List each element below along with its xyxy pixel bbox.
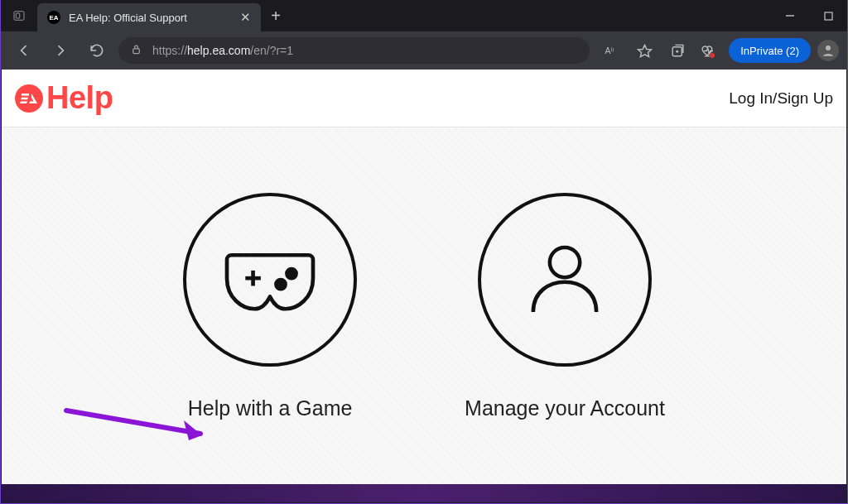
svg-rect-11 [22,94,29,96]
help-options-area: Help with a Game Manage your Account [2,127,846,485]
gamepad-icon [183,193,357,367]
new-tab-button[interactable]: + [261,0,291,31]
login-link[interactable]: Log In/Sign Up [729,89,833,108]
help-with-game-option[interactable]: Help with a Game [183,193,357,420]
browser-tab[interactable]: EA EA Help: Official Support ✕ [37,3,261,31]
svg-rect-3 [825,12,832,20]
ea-logo-icon [15,84,43,113]
svg-text:A⁾⁾: A⁾⁾ [605,46,614,55]
svg-marker-21 [184,420,202,440]
url-text: https://help.ea.com/en/?r=1 [152,44,293,57]
svg-marker-6 [638,45,651,56]
tab-actions-button[interactable] [1,0,37,31]
help-with-game-label: Help with a Game [188,396,353,420]
svg-point-17 [287,269,296,278]
svg-marker-13 [20,101,27,103]
manage-account-label: Manage your Account [465,396,665,420]
ea-help-logo[interactable]: Help [15,80,113,116]
inprivate-indicator[interactable]: InPrivate (2) [729,38,811,63]
person-icon [478,193,652,367]
manage-account-option[interactable]: Manage your Account [465,193,665,420]
site-header: Help Log In/Sign Up [2,70,846,127]
svg-rect-1 [16,13,20,18]
svg-marker-12 [21,97,28,99]
svg-point-19 [550,247,580,276]
lock-icon [130,43,142,58]
window-maximize-button[interactable] [809,0,847,31]
svg-point-10 [826,46,831,50]
heartbeat-icon[interactable] [696,36,725,65]
page-content: Help Log In/Sign Up Help with a Game [2,70,846,485]
collections-icon[interactable] [662,36,692,65]
browser-titlebar: EA EA Help: Official Support ✕ + ✕ [1,0,847,31]
brand-word: Help [46,80,113,116]
svg-rect-4 [133,49,140,54]
window-minimize-button[interactable] [771,0,809,31]
close-tab-icon[interactable]: ✕ [240,10,251,25]
address-bar[interactable]: https://help.ea.com/en/?r=1 [118,37,590,64]
window-controls: ✕ [771,0,847,31]
back-button[interactable] [9,36,39,65]
profile-avatar[interactable] [817,40,839,61]
read-aloud-icon[interactable]: A⁾⁾ [596,36,626,65]
tab-favicon: EA [47,11,60,24]
refresh-button[interactable] [82,36,112,65]
tab-title: EA Help: Official Support [69,12,187,24]
svg-line-20 [66,410,200,434]
svg-marker-14 [29,94,37,103]
svg-rect-0 [14,12,24,21]
browser-toolbar: https://help.ea.com/en/?r=1 A⁾⁾ InPrivat… [1,31,847,70]
page-bottom-accent [2,484,846,502]
favorite-icon[interactable] [629,36,659,65]
forward-button[interactable] [46,36,75,65]
svg-point-18 [277,280,286,289]
